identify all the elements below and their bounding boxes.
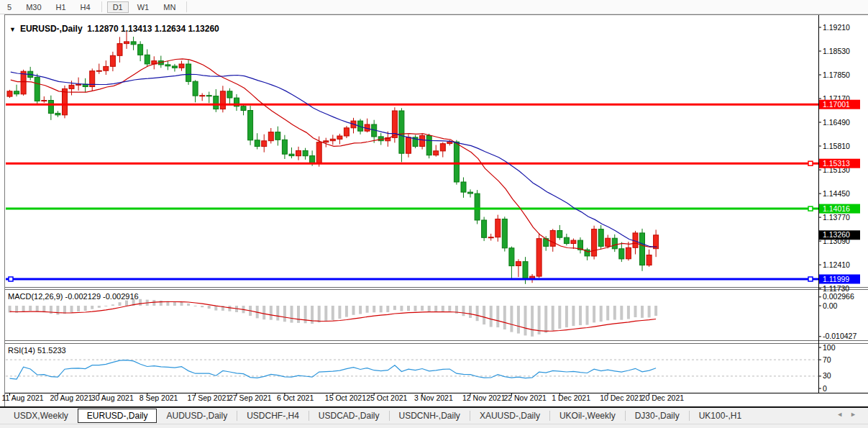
candle xyxy=(592,226,597,260)
price-axis-label: 1.15810 xyxy=(823,142,850,150)
candle xyxy=(268,128,273,144)
candle xyxy=(495,215,501,242)
candle xyxy=(172,64,177,72)
tab-usdchf-h4[interactable]: USDCHF-,H4 xyxy=(237,409,309,423)
candle xyxy=(626,242,631,260)
line-drag-handle[interactable] xyxy=(808,206,813,211)
candle xyxy=(351,118,356,134)
candle xyxy=(48,96,53,120)
macd-axis-label: 0.00 xyxy=(823,301,838,310)
candle xyxy=(330,135,335,145)
date-axis-label: 17 Sep 2021 xyxy=(188,393,231,402)
tab-audusd-daily[interactable]: AUDUSD-,Daily xyxy=(157,409,237,423)
svg-text:1.14016: 1.14016 xyxy=(823,204,850,213)
price-axis-label: 1.16490 xyxy=(823,118,850,127)
candle xyxy=(90,68,95,91)
line-drag-handle[interactable] xyxy=(9,277,13,281)
rsi-panel: 10070300 xyxy=(6,343,836,393)
candle xyxy=(557,225,562,240)
candle xyxy=(654,229,659,257)
candle xyxy=(296,147,301,160)
chart-collapse-arrow-icon[interactable]: ▼ xyxy=(9,26,16,33)
price-tag-1.13260: 1.13260 xyxy=(819,230,860,240)
price-tag-1.11999: 1.11999 xyxy=(819,275,860,284)
candle xyxy=(324,138,329,147)
candle xyxy=(35,74,40,104)
line-drag-handle[interactable] xyxy=(808,277,813,281)
candle xyxy=(104,60,109,75)
rsi-axis-label: 70 xyxy=(823,355,831,364)
price-axis-label: 1.18530 xyxy=(823,47,850,55)
price-tag-1.17001: 1.17001 xyxy=(819,100,860,109)
date-axis-label: 20 Dec 2021 xyxy=(641,393,685,402)
horizontal-lines xyxy=(6,104,818,281)
candle xyxy=(289,147,294,158)
candle xyxy=(344,126,349,138)
candle xyxy=(200,94,205,101)
candle xyxy=(585,248,590,260)
candle xyxy=(255,133,260,149)
date-axis-label: 30 Aug 2021 xyxy=(91,393,134,402)
candle xyxy=(165,61,170,70)
candle xyxy=(63,86,68,118)
horizontal-line-1.11999[interactable] xyxy=(6,277,818,281)
chart-symbol-period: EURUSD-,Daily xyxy=(20,24,83,34)
candle xyxy=(262,135,267,152)
date-axis: 11 Aug 202120 Aug 202130 Aug 20218 Sep 2… xyxy=(2,393,685,402)
candle xyxy=(550,229,555,252)
candle xyxy=(206,92,211,104)
tab-scroll-right-icon[interactable]: ► xyxy=(850,411,864,418)
rsi-axis-label: 100 xyxy=(823,343,836,352)
line-drag-handle[interactable] xyxy=(808,161,813,165)
tab-scroll-left-icon[interactable]: ◄ xyxy=(836,411,850,418)
tab-usdcnh-daily[interactable]: USDCNH-,Daily xyxy=(390,409,470,423)
macd-current-values: -0.002129 -0.002916 xyxy=(65,292,138,301)
candle xyxy=(578,237,583,253)
candle xyxy=(365,119,370,132)
svg-text:1.11999: 1.11999 xyxy=(823,275,849,283)
candle xyxy=(420,133,425,149)
price-tag-1.14016: 1.14016 xyxy=(819,204,860,214)
candle xyxy=(564,234,569,245)
candle xyxy=(248,106,253,145)
tab-scroll-arrows: ◄► xyxy=(836,411,864,418)
candle xyxy=(138,41,143,61)
date-axis-label: 10 Dec 2021 xyxy=(600,393,643,402)
tab-dj30-daily[interactable]: DJ30-,Daily xyxy=(626,409,689,423)
candle xyxy=(179,61,184,71)
candle xyxy=(55,111,60,117)
moving-average-13 xyxy=(11,59,657,252)
candle xyxy=(124,32,129,49)
tab-usdx-weekly[interactable]: USDX,Weekly xyxy=(4,409,78,423)
date-axis-label: 1 Dec 2021 xyxy=(552,393,590,402)
svg-text:1.15313: 1.15313 xyxy=(823,159,850,168)
candle xyxy=(7,90,12,98)
candle xyxy=(214,89,219,112)
macd-name: MACD(12,26,9) xyxy=(8,292,63,301)
price-axis-label: 1.14450 xyxy=(823,189,850,198)
tab-ukoil-weekly[interactable]: UKOil-,Weekly xyxy=(550,409,625,423)
candle xyxy=(482,217,487,242)
candle xyxy=(96,64,101,74)
tab-xauusd-daily[interactable]: XAUUSD-,Daily xyxy=(470,409,549,423)
svg-text:1.17001: 1.17001 xyxy=(823,100,850,109)
candle xyxy=(275,127,280,146)
date-axis-label: 15 Oct 2021 xyxy=(325,393,366,402)
candle xyxy=(337,134,342,145)
horizontal-line-1.14016[interactable] xyxy=(6,206,818,211)
trading-terminal: 5M30H1H4D1W1MN 1.192101.185301.178501.17… xyxy=(0,0,868,428)
chart-tab-bar: USDX,WeeklyEURUSD-,DailyAUDUSD-,DailyUSD… xyxy=(0,408,868,428)
date-axis-label: 8 Sep 2021 xyxy=(140,393,178,402)
tab-uk100-h1[interactable]: UK100-,H1 xyxy=(690,409,751,423)
candle xyxy=(234,94,239,111)
candle xyxy=(392,107,397,142)
candle xyxy=(186,60,191,85)
tab-usdcad-daily[interactable]: USDCAD-,Daily xyxy=(309,409,389,423)
candle xyxy=(612,235,617,252)
horizontal-line-1.15313[interactable] xyxy=(6,161,818,165)
tab-eurusd-daily[interactable]: EURUSD-,Daily xyxy=(78,409,157,423)
candle xyxy=(502,217,507,251)
candle xyxy=(640,229,645,271)
chart-title: ▼EURUSD-,Daily 1.12870 1.13413 1.12634 1… xyxy=(9,24,219,34)
chart-canvas[interactable]: 1.192101.185301.178501.171701.164901.158… xyxy=(0,0,868,428)
